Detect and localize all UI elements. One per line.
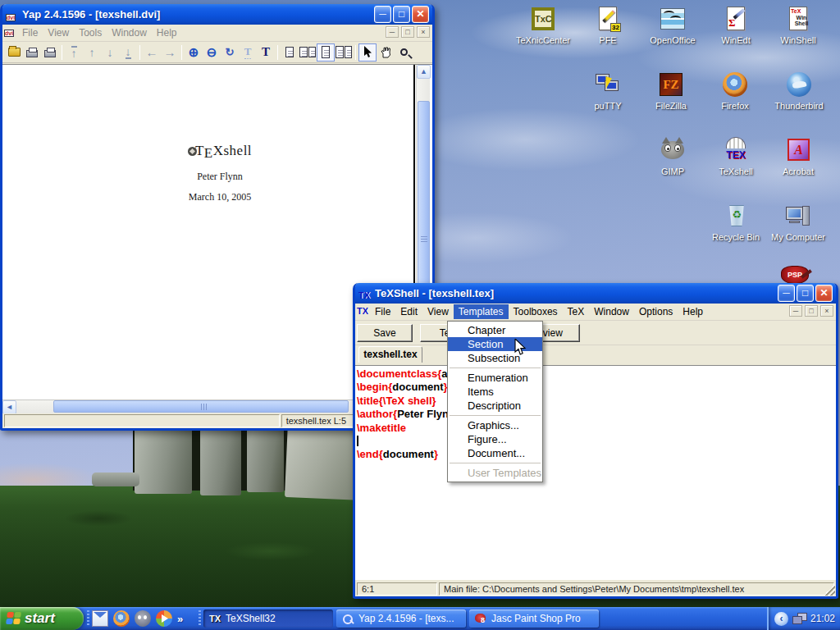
- yap-hscroll-thumb[interactable]: [53, 400, 349, 413]
- print-icon[interactable]: [23, 43, 41, 62]
- magnifier-tool-icon[interactable]: [395, 43, 413, 62]
- yap-menu-help[interactable]: Help: [152, 25, 182, 40]
- desktop-icon-firefox[interactable]: Firefox: [702, 71, 768, 111]
- toolbar-separator: [181, 45, 182, 60]
- thunderbird-icon: [785, 71, 813, 98]
- texshell-menu-window[interactable]: Window: [589, 304, 634, 319]
- mdi-minimize-icon[interactable]: ─: [386, 26, 399, 38]
- desktop-icon-texshell[interactable]: TEX TeXshell: [703, 136, 769, 176]
- templates-item-subsection[interactable]: Subsection: [448, 351, 542, 365]
- texshell-minimize-button[interactable]: ─: [778, 285, 795, 302]
- hand-tool-icon[interactable]: [377, 43, 395, 62]
- mdi-restore-icon[interactable]: □: [805, 305, 818, 317]
- texshell-statusbar: 6:1 Main file: C:\Documents and Settings…: [355, 582, 836, 596]
- desktop-icon-filezilla[interactable]: FZ FileZilla: [638, 71, 704, 111]
- next-page-icon[interactable]: ↓: [101, 43, 119, 62]
- text-mode-icon[interactable]: T: [257, 43, 275, 62]
- yap-window-title: Yap 2.4.1596 - [texshell.dvi]: [22, 8, 374, 21]
- code-line: \author{Peter Flynn}: [357, 408, 836, 421]
- zoom-in-icon[interactable]: ⊕: [185, 43, 203, 62]
- first-page-icon[interactable]: ↑: [65, 43, 83, 62]
- mdi-minimize-icon[interactable]: ─: [789, 305, 802, 317]
- desktop-icon-recycle-bin[interactable]: ♻ Recycle Bin: [703, 202, 769, 242]
- tray-clock: 21:02: [810, 613, 835, 624]
- back-icon[interactable]: ←: [143, 43, 161, 62]
- texshell-menu-edit[interactable]: Edit: [395, 304, 422, 319]
- texshell-menu-options[interactable]: Options: [634, 304, 678, 319]
- continuous-page-icon[interactable]: [317, 43, 335, 62]
- desktop-icon-openoffice[interactable]: OpenOffice: [640, 5, 705, 45]
- texshell-menu-view[interactable]: View: [422, 304, 454, 319]
- texshell-menu-help[interactable]: Help: [678, 304, 708, 319]
- tab-texshell-tex[interactable]: texshell.tex: [358, 346, 422, 363]
- single-page-icon[interactable]: [281, 43, 299, 62]
- taskbar-button-jasc-paint-shop-pro[interactable]: Jasc Paint Shop Pro: [469, 609, 599, 628]
- templates-item-section[interactable]: Section: [448, 337, 542, 351]
- texshell-icon: TEX: [722, 136, 750, 164]
- zoom-out-icon[interactable]: ⊖: [203, 43, 221, 62]
- texshell-editor[interactable]: \documentclass{article}\begin{document}\…: [355, 365, 836, 580]
- open-folder-icon[interactable]: [5, 43, 23, 62]
- texshell-menu-templates[interactable]: Templates: [454, 304, 509, 319]
- mdi-restore-icon[interactable]: □: [401, 26, 414, 38]
- taskbar-button-yap-2-4-1596-texs[interactable]: Yap 2.4.1596 - [texs...: [336, 609, 466, 628]
- select-tool-icon[interactable]: [358, 43, 377, 62]
- texshell-menu-tex[interactable]: TeX: [563, 304, 590, 319]
- templates-item-graphics[interactable]: Graphics...: [448, 418, 542, 432]
- text-ruler-icon[interactable]: T: [239, 43, 257, 62]
- texshell-close-button[interactable]: ✕: [815, 285, 833, 302]
- desktop-icon-winedt[interactable]: Σ WinEdt: [703, 5, 769, 45]
- desktop-icon-putty[interactable]: puTTY: [575, 71, 641, 111]
- yap-close-button[interactable]: ✕: [412, 6, 429, 23]
- print-document-icon[interactable]: [41, 43, 59, 62]
- mdi-close-icon[interactable]: ×: [417, 26, 430, 38]
- mail-icon[interactable]: [92, 610, 108, 627]
- previous-page-icon[interactable]: ↑: [83, 43, 101, 62]
- mdi-close-icon[interactable]: ×: [820, 305, 833, 317]
- yap-minimize-button[interactable]: ─: [374, 6, 391, 23]
- templates-item-items[interactable]: Items: [448, 385, 542, 399]
- desktop-icon-acrobat[interactable]: A Acrobat: [765, 136, 831, 176]
- refresh-icon[interactable]: ↻: [221, 43, 239, 62]
- yap-menu-window[interactable]: Window: [107, 25, 152, 40]
- save-button[interactable]: Save: [357, 324, 413, 342]
- templates-item-figure[interactable]: Figure...: [448, 432, 542, 446]
- gimp-icon[interactable]: [135, 610, 151, 627]
- media-player-icon[interactable]: [156, 610, 172, 627]
- taskbar-handle[interactable]: [199, 610, 201, 627]
- last-page-icon[interactable]: ↓: [119, 43, 137, 62]
- desktop-icon-gimp[interactable]: GIMP: [640, 136, 705, 176]
- templates-item-description[interactable]: Description: [448, 399, 542, 413]
- yap-maximize-button[interactable]: □: [393, 6, 410, 23]
- desktop-icon-my-computer[interactable]: My Computer: [765, 202, 831, 242]
- desktop-icon-pfe[interactable]: 32 PFE: [575, 5, 641, 45]
- texshell-maximize-button[interactable]: □: [797, 285, 814, 302]
- desktop-icon-winshell[interactable]: TeXWin Shell WinShell: [765, 5, 831, 45]
- yap-menu-file[interactable]: File: [17, 25, 43, 40]
- yap-titlebar[interactable]: dvi Yap 2.4.1596 - [texshell.dvi] ─ □ ✕: [2, 4, 432, 25]
- texshell-menu-toolboxes[interactable]: Toolboxes: [509, 304, 563, 319]
- yap-menu-view[interactable]: View: [43, 25, 74, 40]
- continuous-facing-icon[interactable]: [335, 43, 353, 62]
- texshell-titlebar[interactable]: TX TeXShell - [texshell.tex] ─ □ ✕: [355, 283, 836, 304]
- desktop-icon-thunderbird[interactable]: Thunderbird: [766, 71, 832, 111]
- templates-item-document[interactable]: Document...: [448, 446, 542, 460]
- tray-collapse-chevron-icon[interactable]: ‹: [774, 612, 788, 626]
- taskbar-button-texshell32[interactable]: TXTeXShell32: [203, 609, 333, 628]
- quick-launch-handle[interactable]: [87, 610, 89, 627]
- texshell-menu-file[interactable]: File: [370, 304, 395, 319]
- double-page-icon[interactable]: [299, 43, 317, 62]
- templates-item-enumeration[interactable]: Enumeration: [448, 371, 542, 385]
- firefox-icon[interactable]: [113, 610, 130, 627]
- start-button[interactable]: start: [0, 607, 84, 630]
- scroll-up-icon[interactable]: ▲: [417, 65, 431, 79]
- templates-item-chapter[interactable]: Chapter: [448, 323, 542, 337]
- texshell-tab-row: texshell.tex: [355, 345, 836, 363]
- resize-grip[interactable]: [824, 584, 835, 596]
- forward-icon[interactable]: →: [161, 43, 179, 62]
- quick-launch-overflow-chevron[interactable]: »: [177, 613, 183, 625]
- scroll-left-icon[interactable]: ◄: [2, 400, 16, 414]
- yap-menu-tools[interactable]: Tools: [74, 25, 107, 40]
- desktop-icon-texniccenter[interactable]: TxC TeXnicCenter: [510, 5, 576, 45]
- network-status-icon[interactable]: [792, 613, 806, 624]
